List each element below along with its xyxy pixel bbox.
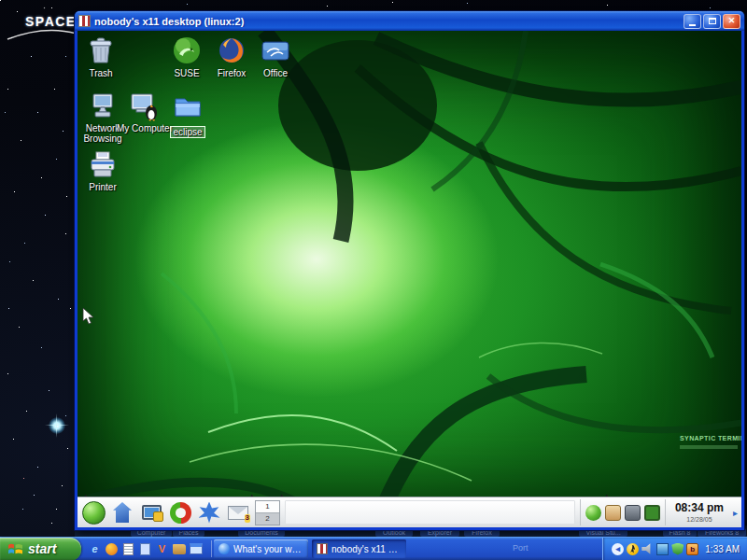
icon-label: Trash <box>78 68 131 78</box>
screen: SPACE Computer Places Documents Outlook … <box>0 0 747 560</box>
browser-task-icon <box>218 543 230 554</box>
taskbar-button-vnc[interactable]: nobody's x11 deskto... <box>312 539 406 558</box>
internet-explorer-icon[interactable]: e <box>88 542 102 556</box>
vnc-task-icon <box>317 543 328 554</box>
taskbar-clock[interactable]: 1:33 AM <box>705 544 740 554</box>
panel-expand-arrow[interactable]: ▸ <box>733 508 738 518</box>
home-icon <box>113 502 132 523</box>
system-tray: ◂ b 1:33 AM <box>602 538 747 560</box>
desktop-icon-eclipse[interactable]: eclipse <box>158 91 218 139</box>
windows-flag-icon <box>7 541 23 556</box>
network-icon <box>87 91 119 122</box>
minimize-button[interactable] <box>684 14 701 29</box>
windows-taskbar: start e V What's your wall pap... nobody… <box>0 537 747 560</box>
start-button[interactable]: start <box>0 538 81 560</box>
my-computer-icon <box>129 91 161 122</box>
trash-icon <box>85 35 117 67</box>
quick-launch-bar: e V <box>81 542 209 556</box>
media-player-icon[interactable]: V <box>155 542 169 556</box>
hide-icons-chevron[interactable]: ◂ <box>612 543 624 555</box>
display-icon <box>142 505 162 520</box>
wallpaper-brand-text: SYNAPTIC TERMINAL ™ <box>680 435 741 441</box>
taskbar-button-browser[interactable]: What's your wall pap... <box>214 539 308 558</box>
clock-time: 08:34 pm <box>675 502 724 513</box>
taskbar-divider <box>211 540 212 557</box>
mixer-icon[interactable] <box>625 505 641 521</box>
paint-icon <box>199 502 220 524</box>
kde-taskbar-empty[interactable] <box>285 500 575 525</box>
update-icon <box>170 502 191 524</box>
document-icon[interactable] <box>138 542 152 556</box>
home-launcher[interactable] <box>110 500 134 525</box>
kde-panel: 1 2 08:34 pm 12/28/05 ▸ <box>78 497 741 527</box>
online-update-launcher[interactable] <box>168 500 192 525</box>
notepad-icon[interactable] <box>121 542 135 556</box>
icon-label: Office <box>246 68 305 78</box>
screen-icon[interactable] <box>644 505 660 521</box>
bright-star <box>49 417 65 434</box>
wallpaper-brand-subtext <box>680 445 738 449</box>
vnc-app-icon <box>78 15 91 27</box>
vnc-window: nobody's x11 desktop (linux:2) ✕ <box>75 11 744 530</box>
mail-launcher[interactable] <box>226 500 250 525</box>
kde-system-tray <box>580 499 666 525</box>
faint-port-text: Port <box>513 543 529 553</box>
display-settings-launcher[interactable] <box>139 500 163 525</box>
battery-icon[interactable]: b <box>686 543 698 555</box>
folder-icon <box>172 91 204 122</box>
close-button[interactable]: ✕ <box>723 14 740 29</box>
pager-desktop-1[interactable]: 1 <box>256 501 279 512</box>
firefox-icon <box>216 35 247 67</box>
remote-desktop[interactable]: Trash SUSE Firefox <box>78 31 741 527</box>
start-label: start <box>28 541 56 556</box>
desktop-icon-printer[interactable]: Printer <box>78 149 133 192</box>
volume-icon[interactable] <box>641 543 654 555</box>
printer-icon <box>87 149 119 181</box>
kde-menu-button[interactable] <box>81 500 106 525</box>
paint-launcher[interactable] <box>197 500 221 525</box>
network-icon[interactable] <box>656 543 669 555</box>
icon-label: Printer <box>78 182 133 192</box>
window-title: nobody's x11 desktop (linux:2) <box>94 16 680 27</box>
task-label: nobody's x11 deskto... <box>331 544 402 554</box>
desktop-icon-office[interactable]: Office <box>246 35 305 78</box>
task-label: What's your wall pap... <box>233 544 303 554</box>
maximize-button[interactable] <box>703 14 721 29</box>
mouse-cursor <box>82 307 95 326</box>
kde-clock[interactable]: 08:34 pm 12/28/05 <box>670 502 728 523</box>
explorer-window-icon[interactable] <box>189 542 203 556</box>
suse-watcher-icon[interactable] <box>585 505 601 521</box>
clipboard-icon[interactable] <box>605 505 621 521</box>
security-shield-icon[interactable] <box>671 543 684 555</box>
pager-desktop-2[interactable]: 2 <box>256 512 279 525</box>
icon-label: eclipse <box>171 127 204 137</box>
suse-icon <box>171 35 203 67</box>
suse-menu-icon <box>82 501 106 525</box>
clock-date: 12/28/05 <box>675 516 724 523</box>
vnc-titlebar[interactable]: nobody's x11 desktop (linux:2) ✕ <box>75 11 744 31</box>
desktop-pager: 1 2 <box>255 500 280 525</box>
office-icon <box>260 35 291 67</box>
desktop-icon-trash[interactable]: Trash <box>78 35 131 78</box>
folder-icon[interactable] <box>172 542 186 556</box>
aim-icon[interactable] <box>627 543 639 555</box>
logo-swoosh <box>6 24 78 43</box>
messenger-icon[interactable] <box>105 542 119 556</box>
mail-icon <box>228 506 248 520</box>
